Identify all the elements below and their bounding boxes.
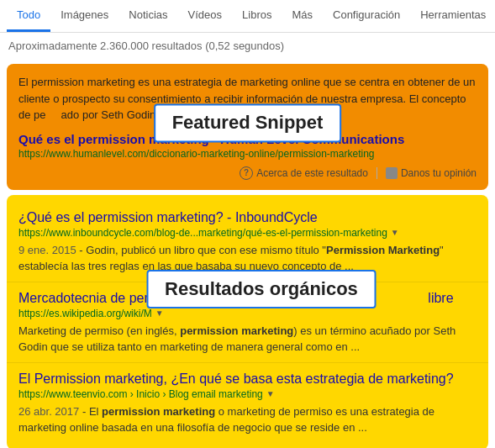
result-title-1[interactable]: ¿Qué es el permission marketing? - Inbou…: [18, 210, 477, 225]
dropdown-arrow-2[interactable]: ▼: [155, 308, 164, 318]
results-count: Aproximadamente 2.360.000 resultados (0,…: [0, 33, 495, 59]
organic-results-label: Resultados orgánicos: [146, 270, 377, 308]
nav-item-todo[interactable]: Todo: [7, 0, 50, 32]
nav-item-configuracion[interactable]: Configuración: [323, 0, 410, 32]
footer-divider: [377, 167, 377, 179]
navigation-bar: Todo Imágenes Noticias Vídeos Libros Más…: [0, 0, 495, 33]
nav-item-herramientas[interactable]: Herramientas: [410, 0, 495, 32]
result-url-line-1: https://www.inboundcycle.com/blog-de...m…: [18, 227, 477, 239]
about-result-label: Acerca de este resultado: [256, 167, 368, 179]
result-item-3: El Permission marketing, ¿En qué se basa…: [7, 363, 488, 443]
result-snippet-3: 26 abr. 2017 - El permission marketing o…: [18, 403, 477, 436]
result-url-line-2: https://es.wikipedia.org/wiki/M ▼: [18, 308, 477, 319]
question-icon: ?: [240, 166, 253, 180]
result-url-2: https://es.wikipedia.org/wiki/M: [18, 308, 152, 319]
dropdown-arrow-1[interactable]: ▼: [391, 228, 399, 237]
result-snippet-sep-3: -: [82, 405, 89, 418]
result-url-1: https://www.inboundcycle.com/blog-de...m…: [18, 227, 387, 239]
featured-snippet-url: https://www.humanlevel.com/diccionario-m…: [18, 148, 477, 160]
featured-snippet-label: Featured Snippet: [154, 103, 342, 142]
nav-item-mas[interactable]: Más: [282, 0, 323, 32]
nav-item-imagenes[interactable]: Imágenes: [50, 0, 118, 32]
nav-item-videos[interactable]: Vídeos: [178, 0, 232, 32]
result-url-3: https://www.teenvio.com › Inicio › Blog …: [18, 388, 263, 400]
result-snippet-body-3: El permission marketing o marketing de p…: [18, 405, 434, 435]
result-url-line-3: https://www.teenvio.com › Inicio › Blog …: [18, 388, 477, 400]
about-result-button[interactable]: ? Acerca de este resultado: [240, 166, 368, 180]
nav-item-libros[interactable]: Libros: [232, 0, 282, 32]
nav-item-noticias[interactable]: Noticias: [118, 0, 177, 32]
give-opinion-button[interactable]: Danos tu opinión: [386, 167, 477, 179]
opinion-icon: [386, 167, 398, 179]
snippet-footer: ? Acerca de este resultado Danos tu opin…: [18, 166, 477, 180]
opinion-label: Danos tu opinión: [401, 167, 477, 179]
result-date-1: 9 ene. 2015: [18, 244, 76, 256]
result-title-3[interactable]: El Permission marketing, ¿En qué se basa…: [18, 372, 477, 387]
featured-snippet-container: El permission marketing es una estrategi…: [7, 64, 488, 190]
dropdown-arrow-3[interactable]: ▼: [266, 389, 275, 398]
result-snippet-body-2: Marketing de permiso (en inglés, permiss…: [18, 324, 456, 354]
result-snippet-2: Marketing de permiso (en inglés, permiss…: [18, 323, 477, 356]
organic-results-container: Resultados orgánicos ¿Qué es el permissi…: [7, 195, 488, 449]
result-date-3: 26 abr. 2017: [18, 405, 79, 418]
